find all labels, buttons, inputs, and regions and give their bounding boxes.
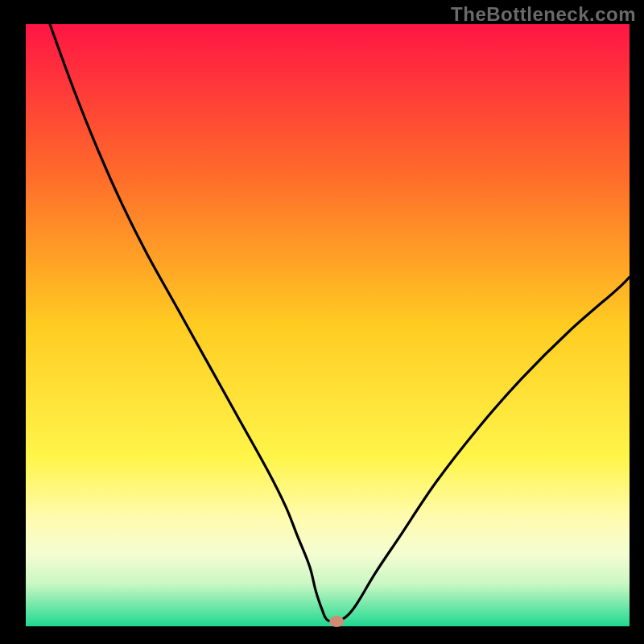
plot-background xyxy=(26,24,630,626)
bottleneck-chart xyxy=(0,0,644,644)
chart-frame: TheBottleneck.com xyxy=(0,0,644,644)
watermark-label: TheBottleneck.com xyxy=(451,3,636,26)
highlight-marker xyxy=(329,616,344,627)
